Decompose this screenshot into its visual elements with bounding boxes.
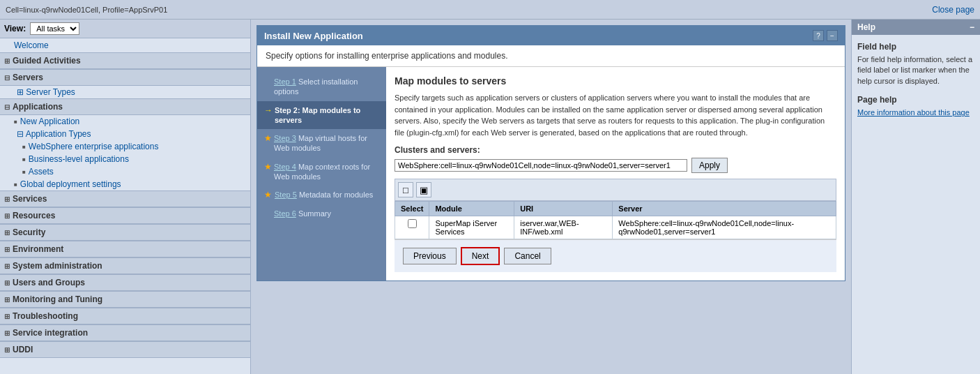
header-icons: ? − bbox=[813, 30, 838, 41]
sidebar-item-users-groups[interactable]: ⊞ Users and Groups bbox=[0, 275, 250, 291]
bullet-assets: ■ bbox=[22, 169, 26, 175]
plus-icon-small: ⊞ bbox=[17, 87, 24, 97]
help-close-icon[interactable]: − bbox=[970, 22, 974, 32]
col-select: Select bbox=[395, 202, 429, 216]
apply-button[interactable]: Apply bbox=[691, 158, 728, 173]
row-module-cell: SuperMap iServer Services bbox=[429, 216, 514, 239]
step4-star: ★ bbox=[264, 162, 271, 172]
sidebar-group-servers: ⊟ Servers ⊞ Server Types bbox=[0, 69, 250, 98]
col-server: Server bbox=[613, 202, 836, 216]
step1-link[interactable]: Step 1 bbox=[274, 77, 296, 86]
sidebar-group-resources: ⊞ Resources bbox=[0, 207, 250, 224]
sidebar-item-services[interactable]: ⊞ Services bbox=[0, 191, 250, 207]
sidebar-item-application-types[interactable]: ⊟ Application Types bbox=[0, 128, 250, 140]
sidebar-item-troubleshooting[interactable]: ⊞ Troubleshooting bbox=[0, 308, 250, 324]
row-select-cell[interactable] bbox=[395, 216, 429, 239]
field-help-title: Field help bbox=[857, 42, 974, 52]
step5-text: Metadata for modules bbox=[299, 190, 373, 199]
sidebar-item-system-admin[interactable]: ⊞ System administration bbox=[0, 258, 250, 274]
install-panel-title: Install New Application bbox=[264, 31, 363, 41]
col-uri: URI bbox=[514, 202, 613, 216]
step-1[interactable]: Step 1 Select installation options bbox=[257, 73, 386, 101]
sidebar-group-security: ⊞ Security bbox=[0, 224, 250, 241]
clusters-input[interactable] bbox=[395, 159, 687, 172]
step-4[interactable]: ★ Step 4 Map context roots for Web modul… bbox=[257, 158, 386, 186]
sidebar-item-monitoring-tuning[interactable]: ⊞ Monitoring and Tuning bbox=[0, 292, 250, 308]
minimize-icon-btn[interactable]: − bbox=[827, 30, 838, 41]
sidebar-item-applications[interactable]: ⊟ Applications bbox=[0, 99, 250, 115]
plus-icon-uddi: ⊞ bbox=[4, 346, 10, 354]
step5-star: ★ bbox=[264, 190, 272, 200]
plus-icon-security: ⊞ bbox=[4, 229, 10, 237]
help-icon-btn[interactable]: ? bbox=[813, 30, 824, 41]
clusters-input-row: Apply bbox=[395, 158, 836, 173]
install-panel: Install New Application ? − Specify opti… bbox=[257, 25, 845, 281]
step2-arrow: → bbox=[264, 105, 272, 115]
step6-link[interactable]: Step 6 bbox=[274, 209, 296, 218]
page-help-link[interactable]: More information about this page bbox=[857, 108, 970, 117]
sidebar-item-welcome[interactable]: Welcome bbox=[0, 38, 250, 52]
sidebar-item-service-integration[interactable]: ⊞ Service integration bbox=[0, 325, 250, 341]
sidebar-group-users-groups: ⊞ Users and Groups bbox=[0, 274, 250, 291]
paste-icon-btn[interactable]: ▣ bbox=[416, 182, 431, 197]
sidebar: View: All tasks Welcome ⊞ Guided Activit… bbox=[0, 20, 251, 374]
sidebar-item-uddi[interactable]: ⊞ UDDI bbox=[0, 342, 250, 358]
step-2[interactable]: → Step 2: Map modules to servers bbox=[257, 101, 386, 130]
sidebar-item-global-deployment[interactable]: Global deployment settings bbox=[20, 179, 121, 189]
module-table: Select Module URI Server Su bbox=[395, 201, 836, 239]
close-page-link[interactable]: Close page bbox=[932, 5, 974, 15]
view-select[interactable]: All tasks bbox=[30, 22, 79, 35]
minus-icon-apptypes: ⊟ bbox=[17, 129, 24, 139]
help-panel-body: Field help For field help information, s… bbox=[852, 35, 980, 126]
install-panel-header: Install New Application ? − bbox=[257, 26, 845, 45]
step-content-desc: Specify targets such as application serv… bbox=[395, 92, 836, 138]
step2-label: Step 2: Map modules to servers bbox=[275, 106, 360, 124]
plus-icon: ⊞ bbox=[4, 57, 10, 65]
step6-arrow bbox=[264, 209, 271, 218]
cancel-button[interactable]: Cancel bbox=[504, 248, 551, 264]
plus-icon-serviceint: ⊞ bbox=[4, 329, 10, 337]
page-help-title: Page help bbox=[857, 95, 974, 105]
table-toolbar: □ ▣ bbox=[395, 179, 836, 201]
sidebar-item-new-application[interactable]: New Application bbox=[20, 117, 79, 126]
col-module: Module bbox=[429, 202, 514, 216]
plus-icon-monitoring: ⊞ bbox=[4, 296, 10, 304]
sidebar-item-resources[interactable]: ⊞ Resources bbox=[0, 208, 250, 224]
sidebar-item-server-types[interactable]: ⊞ Server Types bbox=[0, 86, 250, 98]
sidebar-group-uddi: ⊞ UDDI bbox=[0, 341, 250, 358]
help-panel-header: Help − bbox=[852, 20, 980, 35]
step5-link[interactable]: Step 5 bbox=[275, 190, 297, 199]
copy-icon-btn[interactable]: □ bbox=[398, 182, 413, 197]
sidebar-item-environment[interactable]: ⊞ Environment bbox=[0, 241, 250, 257]
step4-link[interactable]: Step 4 bbox=[274, 163, 296, 171]
clusters-label: Clusters and servers: bbox=[395, 145, 836, 155]
sidebar-item-business-level[interactable]: Business-level applications bbox=[29, 154, 129, 164]
row-server-cell: WebSphere:cell=linux-q9rwNode01Cell,node… bbox=[613, 216, 836, 239]
sidebar-item-assets[interactable]: Assets bbox=[29, 167, 54, 177]
bullet-new-app: ■ bbox=[14, 119, 17, 125]
install-body: Step 1 Select installation options → Ste… bbox=[257, 67, 845, 280]
plus-icon-users: ⊞ bbox=[4, 279, 10, 287]
next-button[interactable]: Next bbox=[461, 247, 500, 265]
row-checkbox[interactable] bbox=[408, 219, 417, 228]
center-content: Install New Application ? − Specify opti… bbox=[251, 20, 851, 374]
step3-link[interactable]: Step 3 bbox=[274, 134, 296, 142]
field-help-text: For field help information, select a fie… bbox=[857, 54, 974, 87]
step-5[interactable]: ★ Step 5 Metadata for modules bbox=[257, 186, 386, 204]
sidebar-group-applications: ⊟ Applications ■ New Application ⊟ Appli… bbox=[0, 98, 250, 190]
previous-button[interactable]: Previous bbox=[403, 248, 457, 264]
sidebar-group-services: ⊞ Services bbox=[0, 190, 250, 207]
row-uri-cell: iserver.war,WEB-INF/web.xml bbox=[514, 216, 613, 239]
sidebar-item-websphere-enterprise[interactable]: WebSphere enterprise applications bbox=[29, 142, 159, 151]
top-bar: Cell=linux-q9rwNode01Cell, Profile=AppSr… bbox=[0, 0, 980, 20]
sidebar-item-security[interactable]: ⊞ Security bbox=[0, 225, 250, 241]
step6-text: Summary bbox=[298, 209, 331, 218]
step1-arrow bbox=[264, 77, 271, 87]
sidebar-item-guided-activities[interactable]: ⊞ Guided Activities bbox=[0, 53, 250, 69]
step-6[interactable]: Step 6 Summary bbox=[257, 204, 386, 223]
sidebar-view-bar: View: All tasks bbox=[0, 20, 250, 38]
minus-icon-app: ⊟ bbox=[4, 103, 10, 111]
sidebar-item-servers[interactable]: ⊟ Servers bbox=[0, 70, 250, 86]
view-label: View: bbox=[4, 24, 26, 33]
step-3[interactable]: ★ Step 3 Map virtual hosts for Web modul… bbox=[257, 129, 386, 158]
